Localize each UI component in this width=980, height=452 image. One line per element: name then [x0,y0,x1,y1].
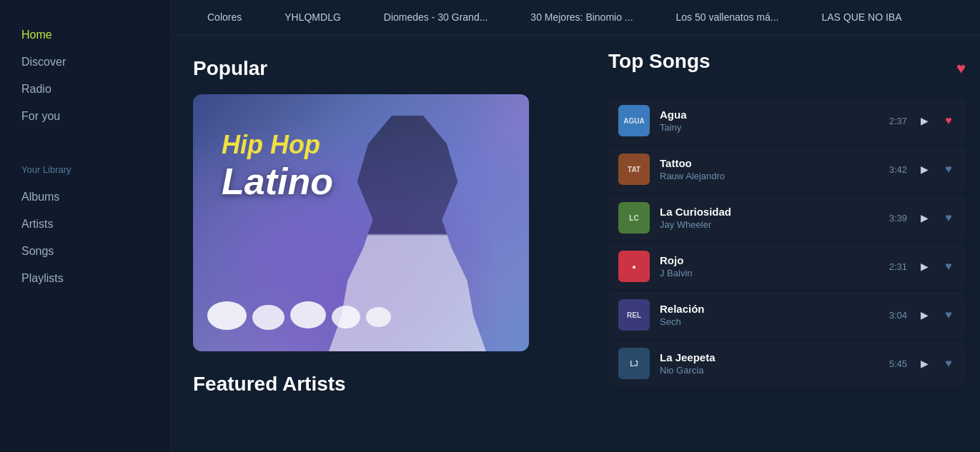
song-heart-button[interactable]: ♥ [941,211,956,224]
popular-section: Popular Hip Hop Latino Featured A [172,36,594,452]
header-heart-icon[interactable]: ♥ [956,59,966,78]
song-play-button[interactable]: ▶ [917,358,931,369]
popular-title: Popular [193,57,573,80]
song-row[interactable]: ●RojoJ Balvin2:31▶♥ [608,243,966,289]
sidebar-nav-discover[interactable]: Discover [0,49,171,76]
topbar-item-las-que-no-iba[interactable]: LAS QUE NO IBA [801,0,924,36]
cloud-4 [332,306,360,328]
featured-title: Featured Artists [193,373,573,396]
song-thumbnail: TAT [618,154,650,185]
song-thumbnail: LC [618,202,650,233]
song-thumbnail: REL [618,299,650,331]
song-play-button[interactable]: ▶ [917,212,931,224]
song-info: AguaTainy [660,109,871,133]
song-row[interactable]: LJLa JeepetaNio Garcia5:45▶♥ [608,341,966,386]
popular-card[interactable]: Hip Hop Latino [193,94,529,351]
song-name: La Curiosidad [660,206,871,218]
genre-hiphop: Hip Hop [222,130,333,160]
topbar-item-30-mejores:-binomio-[interactable]: 30 Mejores: Binomio ... [509,0,654,36]
song-heart-button[interactable]: ♥ [941,163,956,176]
main-content: ColoresYHLQMDLGDiomedes - 30 Grand...30 … [172,0,980,452]
sidebar-nav-home[interactable]: Home [0,21,171,49]
cloud-1 [207,301,247,330]
song-info: La JeepetaNio Garcia [660,351,871,376]
song-duration: 3:39 [881,213,907,224]
top-bar: ColoresYHLQMDLGDiomedes - 30 Grand...30 … [172,0,980,36]
genre-label: Hip Hop Latino [222,130,333,203]
song-heart-button[interactable]: ♥ [941,114,956,127]
sidebar: HomeDiscoverRadioFor you Your Library Al… [0,0,172,452]
cloud-5 [366,307,391,327]
song-name: Agua [660,109,871,121]
song-heart-button[interactable]: ♥ [941,357,956,370]
topbar-item-yhlqmdlg[interactable]: YHLQMDLG [263,0,362,36]
song-thumbnail: AGUA [618,105,650,136]
song-artist: Rauw Alejandro [660,171,871,181]
song-play-button[interactable]: ▶ [917,309,931,321]
library-section: Your Library AlbumsArtistsSongsPlaylists [0,151,171,299]
song-heart-button[interactable]: ♥ [941,308,956,321]
sidebar-nav-for-you[interactable]: For you [0,103,171,130]
song-duration: 2:37 [881,116,907,126]
song-play-button[interactable]: ▶ [917,164,931,175]
song-artist: Jay Wheeler [660,219,871,230]
song-thumbnail: ● [618,251,650,282]
song-info: RelaciónSech [660,303,871,327]
top-songs-title: Top Songs [608,50,711,73]
song-row[interactable]: RELRelaciónSech3:04▶♥ [608,292,966,338]
nav-section: HomeDiscoverRadioFor you [0,21,171,151]
song-info: TattooRauw Alejandro [660,157,871,181]
song-duration: 3:42 [881,164,907,175]
song-row[interactable]: LCLa CuriosidadJay Wheeler3:39▶♥ [608,195,966,241]
song-play-button[interactable]: ▶ [917,115,931,126]
content-area: Popular Hip Hop Latino Featured A [172,36,980,452]
genre-latino: Latino [222,160,333,203]
library-item-artists[interactable]: Artists [0,211,171,238]
song-row[interactable]: TATTattooRauw Alejandro3:42▶♥ [608,146,966,192]
song-row[interactable]: AGUAAguaTainy2:37▶♥ [608,98,966,144]
song-thumbnail: LJ [618,348,650,379]
song-name: Tattoo [660,157,871,169]
song-duration: 5:45 [881,358,907,369]
library-item-songs[interactable]: Songs [0,238,171,265]
song-info: RojoJ Balvin [660,254,871,278]
song-info: La CuriosidadJay Wheeler [660,206,871,230]
song-name: Rojo [660,254,871,266]
cloud-3 [290,301,326,328]
song-artist: Tainy [660,122,871,133]
song-heart-button[interactable]: ♥ [941,260,956,273]
song-play-button[interactable]: ▶ [917,261,931,272]
topbar-item-los-50-vallenatos-má[interactable]: Los 50 vallenatos má... [655,0,801,36]
library-item-playlists[interactable]: Playlists [0,265,171,292]
song-duration: 3:04 [881,310,907,321]
sidebar-nav-radio[interactable]: Radio [0,76,171,103]
library-label: Your Library [0,159,171,181]
cloud-2 [252,305,284,330]
songs-list: AGUAAguaTainy2:37▶♥TATTattooRauw Alejand… [608,98,966,386]
song-duration: 2:31 [881,261,907,272]
song-artist: Nio Garcia [660,365,871,376]
topbar-item-colores[interactable]: Colores [186,0,263,36]
cloud-group [207,301,391,330]
song-artist: Sech [660,316,871,327]
top-songs-section: Top Songs ♥ AGUAAguaTainy2:37▶♥TATTattoo… [594,36,980,452]
song-artist: J Balvin [660,268,871,278]
topbar-item-diomedes---30-grand[interactable]: Diomedes - 30 Grand... [362,0,510,36]
top-songs-header: Top Songs ♥ [608,50,966,87]
song-name: La Jeepeta [660,351,871,363]
song-name: Relación [660,303,871,315]
library-item-albums[interactable]: Albums [0,184,171,211]
